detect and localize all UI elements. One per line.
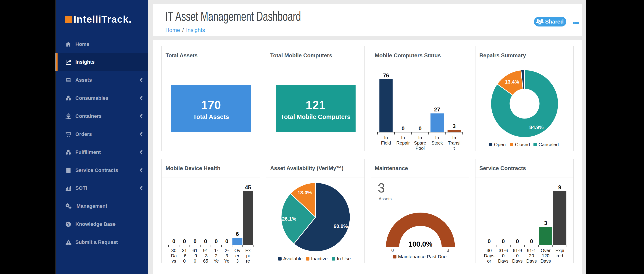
svg-text:In: In — [418, 135, 422, 140]
svg-text:0: 0 — [194, 238, 196, 244]
svg-text:Ex: Ex — [245, 248, 250, 253]
svg-text:31-6: 31-6 — [499, 248, 508, 253]
svg-text:91-1: 91-1 — [527, 248, 536, 253]
svg-text:100.0%: 100.0% — [408, 240, 432, 248]
svg-text:pi: pi — [246, 253, 250, 258]
svg-text:30: 30 — [487, 248, 492, 253]
svg-text:9: 9 — [558, 184, 561, 190]
svg-text:0: 0 — [502, 253, 504, 258]
svg-text:0: 0 — [183, 238, 186, 244]
svg-text:Maintenance Past Due: Maintenance Past Due — [398, 254, 446, 259]
svg-text:61-9: 61-9 — [513, 248, 522, 253]
svg-text:0: 0 — [225, 238, 228, 244]
svg-text:3: 3 — [453, 123, 456, 129]
svg-text:6: 6 — [236, 231, 239, 237]
svg-text:0: 0 — [488, 238, 490, 244]
svg-text:Spare: Spare — [414, 140, 426, 146]
svg-text:84.9%: 84.9% — [529, 124, 544, 130]
svg-text:Open: Open — [494, 142, 506, 147]
svg-text:?: ? — [67, 222, 70, 226]
svg-text:27: 27 — [434, 106, 440, 112]
svg-text:Ov: Ov — [234, 248, 240, 253]
svg-text:Days: Days — [540, 258, 551, 263]
svg-text:-6: -6 — [182, 253, 186, 258]
svg-text:Days: Days — [498, 258, 508, 263]
svg-text:91: 91 — [203, 248, 208, 253]
svg-text:45: 45 — [245, 184, 251, 190]
svg-text:3: 3 — [378, 180, 385, 195]
svg-text:Available: Available — [283, 256, 302, 261]
svg-text:13.0%: 13.0% — [298, 190, 312, 196]
svg-text:0: 0 — [418, 125, 422, 132]
svg-text:er: er — [236, 253, 240, 258]
svg-text:76: 76 — [383, 72, 389, 78]
svg-text:ys: ys — [172, 258, 176, 263]
svg-text:2-: 2- — [225, 248, 229, 253]
svg-text:0: 0 — [502, 238, 505, 244]
svg-text:Ye: Ye — [224, 258, 230, 263]
svg-text:-9: -9 — [193, 253, 197, 258]
svg-text:In: In — [401, 135, 405, 140]
svg-text:0: 0 — [204, 238, 207, 244]
svg-text:In: In — [384, 135, 388, 140]
svg-text:0: 0 — [402, 125, 404, 132]
svg-text:Pool: Pool — [416, 146, 424, 151]
svg-text:Days: Days — [484, 253, 494, 258]
svg-text:120: 120 — [542, 253, 550, 258]
svg-text:Expi: Expi — [556, 248, 564, 253]
svg-text:red: red — [556, 253, 563, 258]
svg-text:0: 0 — [172, 238, 176, 244]
svg-text:3: 3 — [544, 220, 547, 226]
svg-text:Field: Field — [381, 140, 391, 146]
svg-text:In: In — [435, 135, 439, 140]
svg-text:In: In — [452, 135, 456, 140]
svg-text:31: 31 — [182, 248, 187, 253]
svg-text:Canceled: Canceled — [538, 142, 559, 147]
svg-text:30: 30 — [171, 248, 176, 253]
svg-text:61: 61 — [192, 248, 198, 253]
svg-text:re: re — [246, 258, 250, 263]
svg-text:0: 0 — [215, 238, 218, 244]
svg-text:Transi: Transi — [448, 140, 460, 146]
svg-text:Repair: Repair — [396, 140, 410, 146]
svg-text:0: 0 — [530, 238, 533, 244]
svg-text:Stock: Stock — [432, 140, 443, 146]
svg-text:0: 0 — [183, 258, 186, 263]
svg-text:3: 3 — [236, 258, 239, 263]
svg-text:t: t — [454, 146, 455, 151]
svg-text:3: 3 — [446, 248, 449, 253]
svg-text:Over: Over — [541, 248, 551, 253]
svg-text:or: or — [487, 258, 491, 263]
svg-text:Da: Da — [171, 253, 177, 258]
svg-text:Days: Days — [512, 258, 523, 263]
svg-text:Closed: Closed — [515, 142, 530, 147]
svg-text:Assets: Assets — [379, 196, 392, 201]
svg-text:20: 20 — [529, 253, 534, 258]
svg-text:2: 2 — [215, 253, 218, 258]
svg-text:0: 0 — [516, 253, 519, 258]
svg-text:In Use: In Use — [337, 256, 351, 261]
svg-text:Inactive: Inactive — [311, 256, 328, 261]
svg-text:1-: 1- — [214, 248, 218, 253]
svg-text:Ye: Ye — [214, 258, 219, 263]
svg-text:Days: Days — [526, 258, 537, 263]
svg-text:26.1%: 26.1% — [282, 216, 296, 222]
svg-text:13.4%: 13.4% — [505, 79, 519, 85]
svg-text:3: 3 — [226, 253, 228, 258]
svg-text:0: 0 — [194, 258, 196, 263]
svg-text:65: 65 — [203, 258, 208, 263]
svg-text:-3: -3 — [204, 253, 208, 258]
svg-text:0: 0 — [391, 248, 394, 253]
svg-text:0: 0 — [516, 238, 519, 244]
svg-text:60.9%: 60.9% — [334, 223, 348, 229]
